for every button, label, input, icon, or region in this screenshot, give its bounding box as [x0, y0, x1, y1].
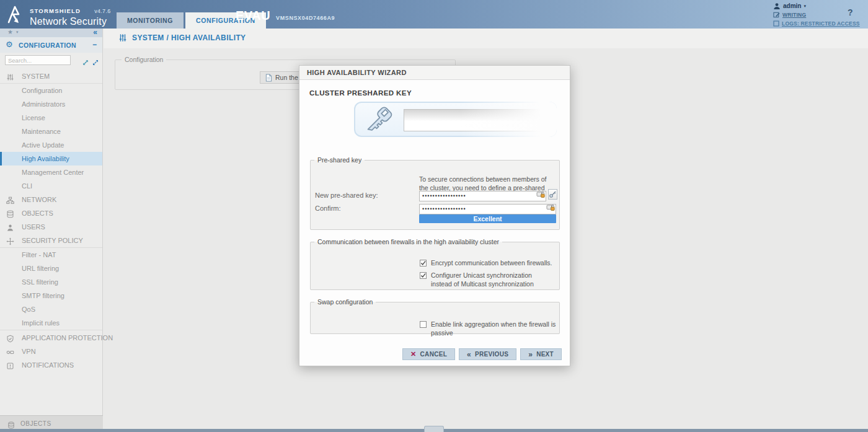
preshared-key-panel: Pre-shared key To secure connections bet… — [310, 156, 560, 230]
chevron-down-icon: ▾ — [804, 4, 806, 9]
writing-mode-link[interactable]: WRITING — [773, 11, 860, 19]
unicast-checkbox-label: Configurer Unicast synchronization inste… — [431, 271, 551, 288]
keyboard-lock-icon[interactable] — [536, 190, 545, 201]
link-aggregation-checkbox[interactable] — [420, 321, 427, 328]
new-key-label: New pre-shared key: — [315, 192, 378, 199]
new-key-input[interactable] — [419, 191, 546, 201]
next-button[interactable]: » NEXT — [520, 348, 562, 360]
close-icon: ✕ — [410, 350, 417, 358]
previous-button[interactable]: « PREVIOUS — [459, 348, 516, 360]
sidebar-item-ssl-filtering[interactable]: SSL filtering — [0, 275, 102, 289]
admin-username: admin — [783, 2, 801, 9]
sidebar: ★ ▾ « ⚙ CONFIGURATION − SYSTEM Configura… — [0, 29, 103, 415]
sidebar-item-maintenance[interactable]: Maintenance — [0, 125, 102, 138]
objects-bottom-bar[interactable]: OBJECTS — [0, 415, 103, 430]
brand-block: STORMSHIELDv4.7.6 Network Security — [30, 4, 111, 27]
sidebar-item-management-center[interactable]: Management Center — [0, 165, 102, 179]
key-banner-field — [404, 109, 549, 131]
sidebar-item-filter-nat[interactable]: Filter - NAT — [0, 248, 102, 262]
confirm-label: Confirm: — [315, 205, 341, 212]
previous-button-label: PREVIOUS — [475, 351, 508, 358]
ha-wizard-dialog: HIGH AVAILABILITY WIZARD CLUSTER PRESHAR… — [299, 65, 570, 366]
dialog-title: HIGH AVAILABILITY WIZARD — [299, 66, 570, 80]
configuration-panel-legend: Configuration — [122, 56, 166, 63]
breadcrumb-bar: SYSTEM / HIGH AVAILABILITY — [104, 29, 868, 48]
sidebar-item-cli[interactable]: CLI — [0, 179, 102, 193]
edit-icon — [773, 11, 780, 18]
confirm-field-wrap — [419, 202, 556, 213]
sidebar-item-active-update[interactable]: Active Update — [0, 138, 102, 152]
sidebar-item-url-filtering[interactable]: URL filtering — [0, 262, 102, 275]
top-header: STORMSHIELDv4.7.6 Network Security MONIT… — [0, 0, 868, 29]
unicast-checkbox-row: Configurer Unicast synchronization inste… — [420, 271, 551, 288]
link-aggregation-checkbox-row: Enable link aggregation when the firewal… — [420, 320, 559, 337]
stormshield-logo-icon — [6, 4, 27, 27]
chevron-right-icon: » — [528, 350, 533, 359]
sidebar-item-vpn[interactable]: VPN — [0, 345, 102, 358]
device-serial: VMSNSX04D7466A9 — [276, 15, 335, 21]
encrypt-checkbox[interactable] — [420, 260, 427, 267]
sliders-icon — [118, 33, 127, 42]
sidebar-item-system[interactable]: SYSTEM — [0, 69, 102, 83]
page-title: SYSTEM / HIGH AVAILABILITY — [132, 33, 246, 42]
brand-name-top: STORMSHIELD — [30, 7, 81, 14]
wizard-step-title: CLUSTER PRESHARED KEY — [309, 89, 412, 97]
preshared-key-legend: Pre-shared key — [314, 156, 365, 164]
sidebar-menu: SYSTEM Configuration Administrators Lice… — [0, 29, 102, 415]
sidebar-item-administrators[interactable]: Administrators — [0, 97, 102, 111]
encrypt-checkbox-label: Encrypt communication between firewalls. — [431, 259, 552, 268]
check-icon — [420, 260, 426, 266]
sidebar-item-objects[interactable]: OBJECTS — [0, 206, 102, 220]
brand-name-bottom: Network Security — [30, 16, 111, 27]
link-aggregation-checkbox-label: Enable link aggregation when the firewal… — [431, 320, 559, 337]
keyboard-lock-icon[interactable] — [546, 203, 555, 214]
password-strength-bar: Excellent — [419, 214, 556, 223]
separator — [0, 330, 102, 330]
logs-access-link[interactable]: LOGS: RESTRICTED ACCESS — [773, 19, 860, 27]
communication-panel: Communication between firewalls in the h… — [310, 238, 560, 290]
version-label: v4.7.6 — [94, 8, 110, 14]
swap-configuration-legend: Swap configuration — [314, 298, 376, 306]
generate-key-button[interactable] — [548, 189, 557, 200]
sidebar-item-qos[interactable]: QoS — [0, 302, 102, 316]
next-button-label: NEXT — [536, 351, 554, 358]
breadcrumb: SYSTEM / HIGH AVAILABILITY — [118, 33, 246, 42]
objects-bottom-label: OBJECTS — [20, 420, 51, 427]
communication-legend: Communication between firewalls in the h… — [314, 238, 502, 245]
swap-configuration-panel: Swap configuration Enable link aggregati… — [310, 298, 560, 334]
wizard-buttons: ✕ CANCEL « PREVIOUS » NEXT — [402, 348, 562, 360]
unicast-checkbox[interactable] — [420, 272, 427, 279]
device-name: EVAU — [236, 9, 270, 23]
sidebar-item-notifications[interactable]: NOTIFICATIONS — [0, 358, 102, 372]
document-icon — [265, 74, 272, 82]
key-icon — [363, 104, 396, 137]
sidebar-item-security-policy[interactable]: SECURITY POLICY — [0, 234, 102, 247]
bottom-panel-handle[interactable] — [424, 426, 444, 432]
sidebar-item-high-availability[interactable]: High Availability — [0, 152, 102, 165]
sidebar-item-implicit-rules[interactable]: Implicit rules — [0, 316, 102, 330]
sidebar-item-users[interactable]: USERS — [0, 220, 102, 234]
sidebar-item-license[interactable]: License — [0, 111, 102, 125]
sidebar-item-network[interactable]: NETWORK — [0, 193, 102, 206]
encrypt-checkbox-row: Encrypt communication between firewalls. — [420, 259, 556, 268]
sidebar-item-configuration[interactable]: Configuration — [0, 84, 102, 97]
help-icon[interactable]: ? — [848, 7, 853, 17]
logs-label: LOGS: RESTRICTED ACCESS — [782, 20, 860, 27]
confirm-key-input[interactable] — [419, 204, 556, 214]
new-key-field-wrap — [419, 189, 546, 200]
device-block: EVAU VMSNSX04D7466A9 — [236, 9, 335, 23]
app-root: STORMSHIELDv4.7.6 Network Security MONIT… — [0, 0, 868, 432]
header-user-block: admin ▾ WRITING LOGS: RESTRICTED ACCESS — [773, 2, 860, 28]
tab-monitoring[interactable]: MONITORING — [117, 12, 184, 29]
check-icon — [420, 273, 426, 278]
user-icon — [773, 2, 781, 10]
chevron-left-icon: « — [467, 350, 471, 359]
cancel-button[interactable]: ✕ CANCEL — [402, 348, 455, 360]
sidebar-item-smtp-filtering[interactable]: SMTP filtering — [0, 289, 102, 302]
sidebar-item-application-protection[interactable]: APPLICATION PROTECTION — [0, 331, 102, 345]
logs-icon — [773, 20, 779, 27]
cancel-button-label: CANCEL — [420, 351, 447, 358]
alert-icon — [6, 361, 14, 374]
writing-label: WRITING — [782, 12, 806, 18]
admin-menu[interactable]: admin ▾ — [773, 2, 860, 10]
